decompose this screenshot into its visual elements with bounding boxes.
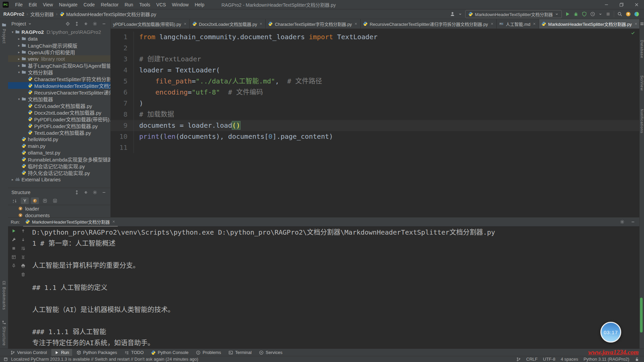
trash-button[interactable] <box>20 271 26 278</box>
git-branch-icon[interactable] <box>516 357 521 362</box>
tool-window-button-terminal[interactable]: Terminal <box>225 349 255 356</box>
ide-status-icon[interactable] <box>634 11 639 17</box>
scroll-from-source-button[interactable] <box>41 197 49 204</box>
wrench-button[interactable] <box>10 236 17 243</box>
close-tab-icon[interactable] <box>490 22 494 26</box>
status-value[interactable]: UTF-8 <box>543 357 555 362</box>
arrow-up-button[interactable] <box>20 228 26 234</box>
tree-expand-arrow[interactable]: ▸ <box>16 37 21 41</box>
tree-expand-arrow[interactable]: ▾ <box>10 30 15 34</box>
tree-item[interactable]: PyPDFLoader文档加载器(带密码).py <box>8 116 110 122</box>
editor-tab[interactable]: 人工智能.md <box>497 19 539 28</box>
status-message[interactable]: Localized PyCharm 2023.1.3 is available … <box>11 357 198 362</box>
collapse-all-button[interactable] <box>82 189 90 196</box>
layout-button[interactable] <box>10 254 17 260</box>
hide-panel-button[interactable] <box>100 189 108 196</box>
tool-window-button-version-control[interactable]: Version Control <box>7 349 50 356</box>
structure-item[interactable]: loader <box>8 205 110 212</box>
printer-button[interactable] <box>20 262 26 269</box>
close-tab-icon[interactable] <box>532 22 536 26</box>
editor-tab[interactable]: CharacterTextSplitter字符文档分割器.py <box>266 19 361 28</box>
run-configuration-select[interactable]: MarkdownHeaderTextSplitter文档分割器 <box>465 10 562 18</box>
stop-button[interactable] <box>10 245 17 252</box>
close-tab-icon[interactable] <box>634 22 638 26</box>
tree-item[interactable]: CharacterTextSplitter字符文档分割器.py <box>8 75 110 82</box>
tool-stripe-layout[interactable] <box>640 22 644 26</box>
tree-item[interactable]: ▸OpenAI库介绍和使用 <box>8 49 110 55</box>
menu-tools[interactable]: Tools <box>136 0 153 9</box>
line-number[interactable]: 6 <box>111 87 134 98</box>
menu-view[interactable]: View <box>40 0 56 9</box>
event-log-icon[interactable] <box>3 357 8 362</box>
tree-expand-arrow[interactable]: ▸ <box>16 44 21 47</box>
tree-expand-arrow[interactable]: ▸ <box>16 50 21 54</box>
minimize-button[interactable] <box>599 0 614 9</box>
chevron-down-icon[interactable] <box>458 12 462 16</box>
console-output[interactable]: D:\python_pro\RAGPro2\venv\Scripts\pytho… <box>29 226 639 349</box>
maximize-button[interactable] <box>614 0 629 9</box>
rerun-button[interactable] <box>10 228 17 234</box>
run-button[interactable] <box>565 11 570 17</box>
menu-navigate[interactable]: Navigate <box>56 0 80 9</box>
chevron-down-icon[interactable] <box>28 22 32 26</box>
line-number[interactable]: 2 <box>111 43 134 54</box>
coverage-button[interactable] <box>582 11 587 17</box>
tree-item[interactable]: PyPDFLoader文档加载器.py <box>8 122 110 129</box>
locate-file-button[interactable] <box>64 20 71 27</box>
editor-tab[interactable]: Docx2txtLoader文档加载器.py <box>190 19 266 28</box>
line-number[interactable]: 7 <box>111 98 134 109</box>
sort-alphabetically-button[interactable]: az <box>11 197 19 204</box>
tree-item[interactable]: TextLoader文档加载器.py <box>8 129 110 136</box>
editor-tab[interactable]: MarkdownHeaderTextSplitter文档分割器.py <box>539 19 639 28</box>
tool-stripe-notifications[interactable]: Notifications <box>640 109 644 133</box>
scroll-to-source-button[interactable] <box>51 197 59 204</box>
tree-item[interactable]: Docx2txtLoader文档加载器.py <box>8 109 110 116</box>
project-panel-title[interactable]: Project <box>11 21 26 26</box>
tool-window-button-services[interactable]: Services <box>256 349 285 356</box>
tool-window-button-run[interactable]: Run <box>51 349 72 356</box>
panel-settings-button[interactable] <box>91 189 99 196</box>
tool-stripe-project[interactable]: Project <box>0 22 8 44</box>
panel-settings-button[interactable] <box>91 20 99 27</box>
breadcrumb-item[interactable]: 文档分割器 <box>30 11 54 17</box>
close-tab-icon[interactable] <box>259 22 263 26</box>
search-everywhere-icon[interactable] <box>617 11 623 17</box>
tool-stripe-sciview[interactable]: SciView <box>640 75 644 91</box>
line-number[interactable]: 10 <box>111 131 134 142</box>
tree-expand-arrow[interactable]: ▸ <box>16 64 21 67</box>
show-inherited-button[interactable] <box>21 197 29 204</box>
hide-panel-button[interactable] <box>629 218 637 226</box>
lock-icon[interactable] <box>635 357 639 362</box>
editor-tab[interactable]: RecursiveCharacterTextSplitter递归字符拆分器文档分… <box>361 19 497 28</box>
tree-item[interactable]: ▾文档分割器 <box>8 69 110 75</box>
tree-item[interactable]: MarkdownHeaderTextSplitter文档分割器.py <box>8 82 110 89</box>
tree-item[interactable]: ▾文档加载器 <box>8 96 110 102</box>
stop-button[interactable] <box>605 11 611 17</box>
tree-item[interactable]: ollama_test.py <box>8 149 110 156</box>
menu-refactor[interactable]: Refactor <box>98 0 122 9</box>
editor-tab[interactable]: yPDFLoader文档加载器(带密码).py <box>111 19 190 28</box>
line-number[interactable]: 3 <box>111 54 134 65</box>
tree-item[interactable]: 临时会话记忆功能实现.py <box>8 163 110 169</box>
menu-help[interactable]: Help <box>192 0 207 9</box>
line-number[interactable]: 5 <box>111 76 134 87</box>
breadcrumb-item[interactable]: MarkdownHeaderTextSplitter文档分割器.py <box>60 11 156 17</box>
user-icon[interactable] <box>450 11 455 17</box>
tree-expand-arrow[interactable]: ▾ <box>16 70 21 74</box>
tool-stripe-bookmarks[interactable]: Bookmarks <box>0 281 8 310</box>
tree-expand-arrow[interactable]: ▾ <box>16 97 21 101</box>
line-number[interactable]: 11 <box>111 142 134 153</box>
tree-item[interactable]: ▸venvlibrary root <box>8 55 110 62</box>
tool-window-button-python-console[interactable]: Python Console <box>148 349 192 356</box>
show-fields-button[interactable] <box>31 197 39 204</box>
close-icon[interactable] <box>112 220 116 224</box>
menu-file[interactable]: File <box>12 0 26 9</box>
tree-item[interactable]: helloWorld.py <box>8 136 110 142</box>
tool-window-button-todo[interactable]: TODO <box>121 349 147 356</box>
pin-button[interactable] <box>10 262 17 269</box>
inspections-ok-icon[interactable] <box>631 31 635 35</box>
panel-settings-button[interactable] <box>619 218 626 226</box>
menu-vcs[interactable]: VCS <box>153 0 169 9</box>
menu-window[interactable]: Window <box>169 0 192 9</box>
tree-item[interactable]: RecursiveCharacterTextSplitter递归字符拆分器文档分… <box>8 89 110 96</box>
